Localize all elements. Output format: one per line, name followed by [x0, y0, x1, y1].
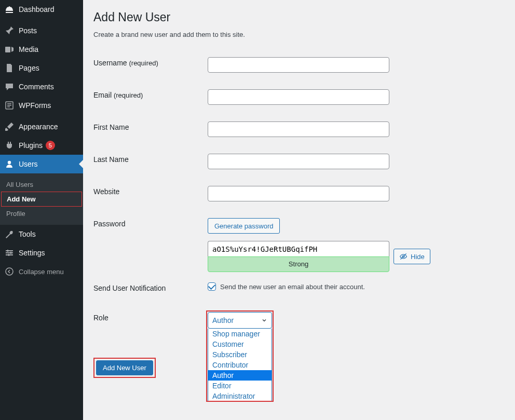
first-name-row: First Name — [93, 113, 505, 145]
eye-slash-icon — [399, 252, 408, 261]
admin-sidebar: Dashboard Posts Media Pages Comments WPF… — [0, 0, 83, 420]
role-option-subscriber[interactable]: Subscriber — [208, 349, 272, 360]
sidebar-item-label: Media — [19, 45, 38, 53]
website-label: Website — [93, 187, 119, 196]
password-input[interactable] — [208, 241, 389, 256]
sidebar-item-appearance[interactable]: Appearance — [0, 117, 83, 136]
required-text: (required) — [114, 91, 143, 99]
first-name-input[interactable] — [208, 121, 389, 137]
sidebar-item-plugins[interactable]: Plugins 5 — [0, 136, 83, 155]
svg-rect-0 — [5, 47, 10, 52]
sidebar-item-label: Pages — [19, 64, 39, 72]
svg-rect-5 — [7, 106, 10, 107]
pin-icon — [4, 25, 15, 36]
collapse-menu-button[interactable]: Collapse menu — [0, 262, 83, 281]
notification-row: Send User Notification Send the new user… — [93, 274, 505, 301]
forms-icon — [4, 100, 15, 111]
last-name-label: Last Name — [93, 155, 129, 164]
svg-rect-8 — [6, 252, 13, 253]
comment-icon — [4, 82, 15, 92]
sidebar-item-label: Comments — [19, 83, 54, 91]
sidebar-item-users[interactable]: Users — [0, 155, 83, 173]
sidebar-item-settings[interactable]: Settings — [0, 243, 83, 262]
sidebar-item-posts[interactable]: Posts — [0, 21, 83, 40]
wrench-icon — [4, 229, 15, 239]
password-label: Password — [93, 220, 125, 228]
add-new-user-button[interactable]: Add New User — [96, 360, 153, 375]
role-option-customer[interactable]: Customer — [208, 339, 272, 349]
notification-text: Send the new user an email about their a… — [220, 283, 365, 291]
chevron-down-icon — [261, 317, 267, 323]
sidebar-item-label: Users — [19, 160, 38, 168]
sidebar-item-label: WPForms — [19, 101, 51, 110]
website-row: Website — [93, 178, 505, 210]
hide-button-label: Hide — [411, 253, 425, 261]
sidebar-item-label: Tools — [19, 230, 36, 238]
submenu-item-all-users[interactable]: All Users — [0, 178, 83, 192]
svg-point-6 — [8, 161, 11, 164]
role-option-editor[interactable]: Editor — [208, 381, 272, 391]
svg-rect-7 — [6, 250, 13, 251]
email-input[interactable] — [208, 89, 389, 105]
role-select[interactable]: Author — [208, 312, 272, 329]
plug-icon — [4, 140, 15, 151]
main-content: Add New User Create a brand new user and… — [83, 0, 515, 420]
brush-icon — [4, 121, 15, 132]
svg-rect-3 — [7, 103, 11, 104]
username-label: Username — [93, 59, 127, 67]
sidebar-item-wpforms[interactable]: WPForms — [0, 96, 83, 115]
page-description: Create a brand new user and add them to … — [93, 31, 505, 38]
update-count-badge: 5 — [46, 141, 55, 150]
last-name-row: Last Name — [93, 145, 505, 178]
role-dropdown: Shop manager Customer Subscriber Contrib… — [208, 329, 272, 402]
dashboard-icon — [4, 4, 15, 15]
submenu-item-profile[interactable]: Profile — [0, 207, 83, 221]
user-icon — [4, 159, 15, 169]
sidebar-item-tools[interactable]: Tools — [0, 225, 83, 243]
submit-highlight: Add New User — [93, 358, 156, 378]
website-input[interactable] — [208, 186, 389, 201]
svg-point-13 — [6, 268, 13, 275]
send-notification-checkbox[interactable] — [208, 282, 216, 291]
role-selected-value: Author — [212, 316, 234, 324]
email-row: Email (required) — [93, 81, 505, 113]
collapse-label: Collapse menu — [19, 268, 64, 276]
settings-icon — [4, 248, 15, 258]
sidebar-item-media[interactable]: Media — [0, 40, 83, 59]
username-input[interactable] — [208, 57, 389, 73]
hide-password-button[interactable]: Hide — [394, 249, 430, 264]
role-option-author[interactable]: Author — [208, 370, 272, 381]
role-option-contributor[interactable]: Contributor — [208, 360, 272, 370]
sidebar-item-comments[interactable]: Comments — [0, 77, 83, 96]
sidebar-item-label: Appearance — [19, 123, 58, 131]
notification-label: Send User Notification — [93, 284, 166, 292]
sidebar-item-label: Settings — [19, 249, 45, 257]
page-title: Add New User — [93, 10, 505, 24]
sidebar-item-pages[interactable]: Pages — [0, 59, 83, 77]
password-row: Password Generate password Strong Hide — [93, 210, 505, 274]
sidebar-item-dashboard[interactable]: Dashboard — [0, 0, 83, 19]
media-icon — [4, 44, 15, 55]
users-submenu: All Users Add New Profile — [0, 173, 83, 225]
submenu-item-add-new[interactable]: Add New — [1, 192, 82, 207]
email-label: Email — [93, 91, 112, 99]
sidebar-item-label: Posts — [19, 26, 37, 35]
page-icon — [4, 63, 15, 73]
password-strength-indicator: Strong — [208, 256, 389, 272]
sidebar-item-label: Dashboard — [19, 5, 55, 13]
svg-rect-11 — [10, 252, 11, 254]
role-row: Role Author Shop manager Customer Subscr… — [93, 301, 505, 337]
username-row: Username (required) — [93, 49, 505, 81]
collapse-icon — [4, 266, 15, 277]
role-option-shop-manager[interactable]: Shop manager — [208, 329, 272, 339]
first-name-label: First Name — [93, 123, 129, 131]
svg-rect-12 — [8, 254, 9, 256]
role-option-administrator[interactable]: Administrator — [208, 391, 272, 401]
sidebar-item-label: Plugins — [19, 141, 43, 150]
generate-password-button[interactable]: Generate password — [208, 218, 280, 234]
last-name-input[interactable] — [208, 154, 389, 169]
svg-rect-4 — [7, 105, 11, 106]
required-text: (required) — [129, 59, 158, 67]
svg-rect-10 — [7, 250, 8, 252]
role-label: Role — [93, 314, 109, 322]
